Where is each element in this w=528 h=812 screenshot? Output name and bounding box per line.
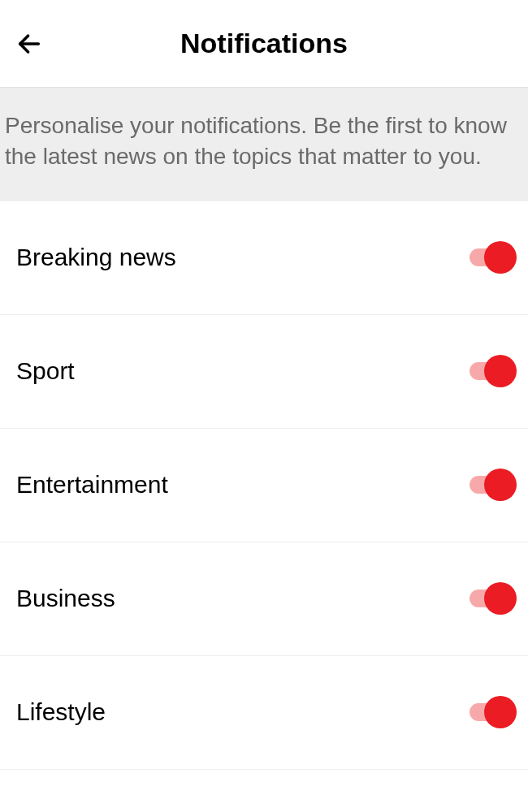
page-title: Notifications [0, 28, 528, 59]
toggle-thumb [484, 582, 517, 615]
toggle-thumb [484, 696, 517, 728]
toggle-breaking-news[interactable] [470, 240, 517, 274]
description-text: Personalise your notifications. Be the f… [5, 110, 523, 172]
list-item-entertainment: Entertainment [0, 429, 528, 542]
list-item-label: Business [16, 585, 115, 612]
list-item-label: Sport [16, 357, 75, 385]
toggle-thumb [484, 355, 517, 387]
description-section: Personalise your notifications. Be the f… [0, 88, 528, 201]
notification-list: Breaking news Sport Entertainment Busine… [0, 201, 528, 770]
list-item-business: Business [0, 542, 528, 656]
list-item-breaking-news: Breaking news [0, 201, 528, 315]
list-item-label: Entertainment [16, 471, 168, 499]
toggle-thumb [484, 469, 517, 501]
back-button[interactable] [10, 24, 49, 63]
back-arrow-icon [15, 30, 43, 58]
toggle-lifestyle[interactable] [470, 695, 517, 729]
toggle-sport[interactable] [470, 354, 517, 388]
list-item-lifestyle: Lifestyle [0, 656, 528, 770]
list-item-label: Lifestyle [16, 698, 106, 726]
toggle-business[interactable] [470, 581, 517, 615]
list-item-sport: Sport [0, 315, 528, 429]
toggle-thumb [484, 241, 517, 274]
toggle-entertainment[interactable] [470, 468, 517, 502]
header: Notifications [0, 0, 528, 88]
list-item-label: Breaking news [16, 244, 176, 271]
